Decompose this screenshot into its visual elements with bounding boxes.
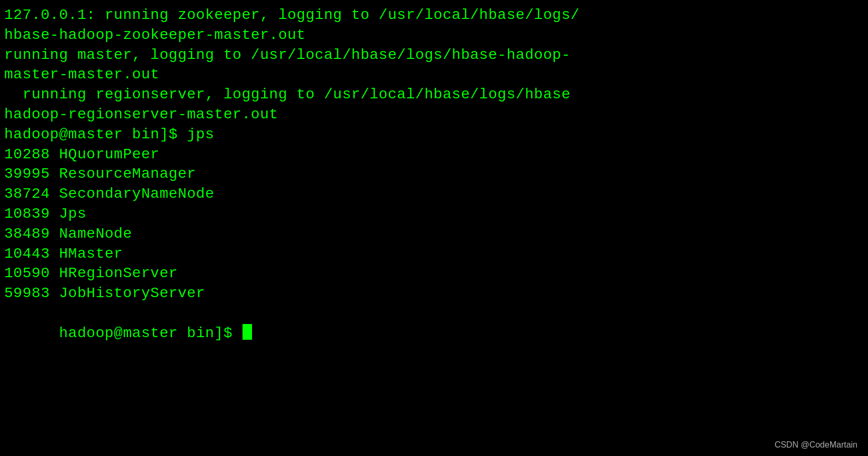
terminal-line: 39995 ResourceManager — [4, 164, 864, 184]
terminal-line: 10288 HQuorumPeer — [4, 145, 864, 165]
terminal-line: hadoop@master bin]$ jps — [4, 125, 864, 145]
terminal-cursor — [243, 324, 252, 340]
terminal-line: running master, logging to /usr/local/hb… — [4, 45, 864, 65]
terminal-line: running regionserver, logging to /usr/lo… — [4, 85, 864, 105]
terminal-line: 38724 SecondaryNameNode — [4, 184, 864, 204]
terminal-line: 127.0.0.1: running zookeeper, logging to… — [4, 5, 864, 25]
terminal-line: 59983 JobHistoryServer — [4, 283, 864, 303]
terminal-prompt-line[interactable]: hadoop@master bin]$ — [4, 303, 864, 363]
terminal-line: 10590 HRegionServer — [4, 264, 864, 283]
watermark: CSDN @CodeMartain — [774, 440, 857, 450]
terminal-output: 127.0.0.1: running zookeeper, logging to… — [4, 5, 864, 363]
terminal-line: hadoop-regionserver-master.out — [4, 105, 864, 125]
terminal-line: 10839 Jps — [4, 204, 864, 224]
terminal-line: 10443 HMaster — [4, 244, 864, 264]
terminal-window: 127.0.0.1: running zookeeper, logging to… — [0, 0, 868, 456]
terminal-prompt-text: hadoop@master bin]$ — [59, 325, 241, 341]
terminal-line: 38489 NameNode — [4, 224, 864, 244]
terminal-line: hbase-hadoop-zookeeper-master.out — [4, 25, 864, 45]
terminal-line: master-master.out — [4, 65, 864, 85]
